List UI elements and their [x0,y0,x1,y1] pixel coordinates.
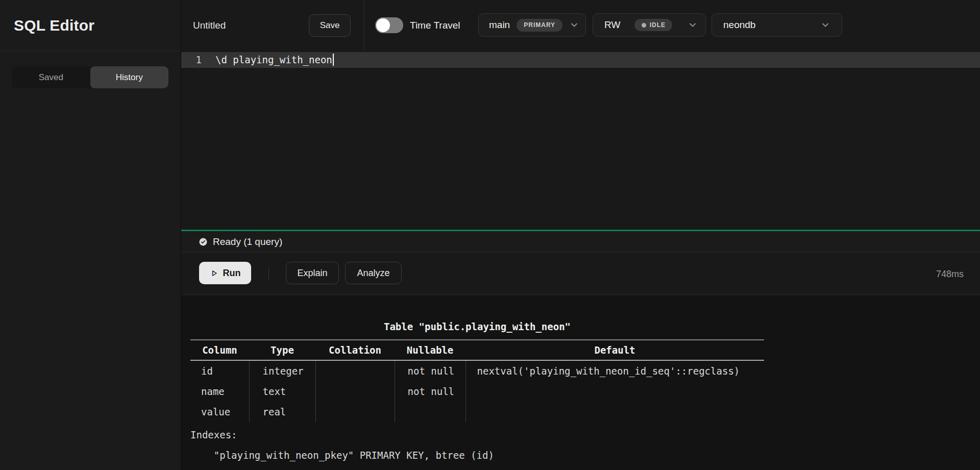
database-name: neondb [723,19,755,31]
table-row: valuereal [190,402,764,422]
chevron-down-icon [688,20,698,32]
compute-status-text: IDLE [650,21,666,29]
results-cell [315,402,395,422]
results-cell: name [190,381,249,402]
results-column-header: Collation [315,340,395,360]
results-cell [315,360,395,381]
chevron-down-icon [569,20,579,32]
time-travel-toggle[interactable] [375,17,403,33]
code-line[interactable]: \d playing_with_neon [215,52,334,68]
play-icon [210,269,218,278]
explain-button[interactable]: Explain [286,262,339,284]
save-button[interactable]: Save [309,14,351,37]
compute-status-badge: IDLE [634,19,672,31]
results-column-header: Default [465,340,764,360]
results-output: Table "public.playing_with_neon" ColumnT… [190,295,764,465]
status-message: Ready (1 query) [213,236,282,248]
results-cell: integer [249,360,315,381]
table-row: nametextnot null [190,381,764,402]
run-button[interactable]: Run [199,262,251,284]
results-cell [465,402,764,422]
sidebar: SQL Editor Saved History [0,0,181,470]
results-cell [315,381,395,402]
results-column-header: Nullable [395,340,465,360]
line-number: 1 [181,52,202,68]
actions-divider [268,266,269,281]
saved-history-tab-group: Saved History [12,66,168,88]
results-cell: text [249,381,315,402]
time-travel-label: Time Travel [410,0,460,51]
query-duration: 748ms [936,253,964,295]
results-body: idintegernot nullnextval('playing_with_n… [190,360,764,422]
results-cell: not null [395,360,465,381]
results-cell: not null [395,381,465,402]
tab-history[interactable]: History [90,66,169,88]
editor-pane: Untitled Save Time Travel main PRIMARY R… [181,0,980,470]
code-editor[interactable]: 1 \d playing_with_neon [181,51,980,230]
results-cell [465,381,764,402]
results-header-row: ColumnTypeCollationNullableDefault [190,340,764,360]
code-text: \d playing_with_neon [215,54,332,65]
text-cursor [333,54,334,66]
table-row: idintegernot nullnextval('playing_with_n… [190,360,764,381]
results-cell: nextval('playing_with_neon_id_seq'::regc… [465,360,764,381]
branch-name: main [489,19,510,31]
results-cell [395,402,465,422]
page-title: SQL Editor [14,17,94,34]
sql-editor-app: SQL Editor Saved History Untitled Save T… [0,0,980,470]
status-bar: Ready (1 query) [181,231,980,253]
analyze-button[interactable]: Analyze [345,262,402,284]
results-footer-line: "playing_with_neon_pkey" PRIMARY KEY, bt… [190,445,764,465]
actions-toolbar: Run Explain Analyze 748ms [181,253,980,295]
tab-saved[interactable]: Saved [12,66,90,88]
status-dot-icon [642,23,646,28]
chevron-down-icon [820,20,830,32]
compute-mode: RW [604,19,620,31]
results-panel: Table "public.playing_with_neon" ColumnT… [181,295,980,470]
compute-select[interactable]: RW IDLE [593,13,706,37]
results-cell: id [190,360,249,381]
results-column-header: Column [190,340,249,360]
ready-check-icon [199,237,208,246]
branch-select[interactable]: main PRIMARY [478,13,586,37]
results-column-header: Type [249,340,315,360]
toggle-knob-icon [376,18,390,32]
database-select[interactable]: neondb [712,13,842,37]
primary-badge: PRIMARY [517,19,562,32]
topbar-divider [364,0,364,51]
results-cell: value [190,402,249,422]
results-footer-line: Indexes: [190,425,764,445]
results-cell: real [249,402,315,422]
editor-topbar: Untitled Save Time Travel main PRIMARY R… [181,0,980,51]
sidebar-header: SQL Editor [0,0,181,51]
query-title[interactable]: Untitled [193,0,226,51]
results-table: ColumnTypeCollationNullableDefault idint… [190,339,764,422]
results-table-title: Table "public.playing_with_neon" [190,316,764,337]
results-footer: Indexes: "playing_with_neon_pkey" PRIMAR… [190,425,764,465]
run-label: Run [223,268,241,279]
